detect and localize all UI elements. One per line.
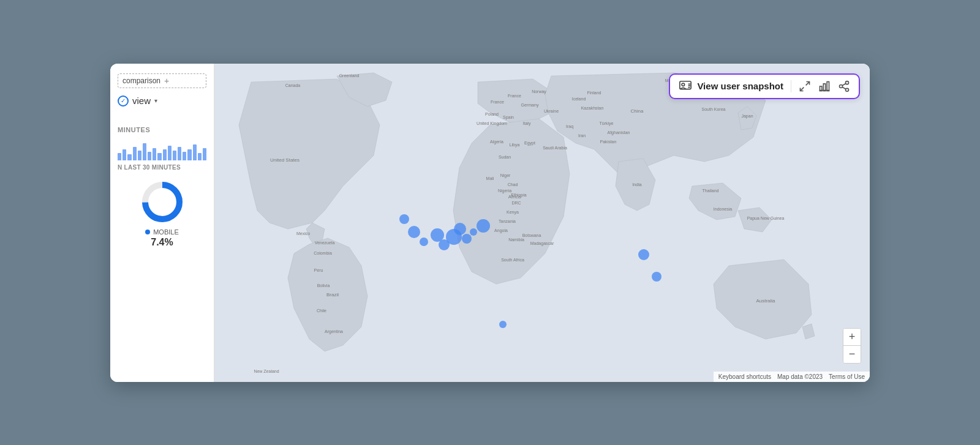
bar-mini xyxy=(178,147,181,160)
svg-text:Australia: Australia xyxy=(756,298,775,304)
svg-point-70 xyxy=(846,81,849,84)
last30-label: N LAST 30 MINUTES xyxy=(118,164,206,171)
svg-text:United Kingdom: United Kingdom xyxy=(477,121,507,126)
mobile-legend: MOBILE 7.4% xyxy=(145,228,179,248)
share-button[interactable] xyxy=(838,80,850,92)
svg-text:Saudi Arabia: Saudi Arabia xyxy=(543,146,567,150)
svg-text:Kenya: Kenya xyxy=(507,210,519,215)
bar-mini xyxy=(157,153,161,160)
overview-row: ✓ view ▾ xyxy=(118,95,206,107)
svg-text:Finland: Finland xyxy=(587,91,601,95)
terms-of-use[interactable]: Terms of Use xyxy=(829,373,865,380)
bar-mini xyxy=(203,148,206,160)
svg-point-72 xyxy=(846,88,849,91)
svg-text:Kazakhstan: Kazakhstan xyxy=(581,106,604,110)
fullscreen-button[interactable] xyxy=(799,80,811,92)
bar-mini xyxy=(183,152,186,160)
bar-mini xyxy=(127,154,131,160)
svg-text:Libya: Libya xyxy=(510,143,520,148)
bar-mini xyxy=(153,148,156,160)
mobile-dot xyxy=(145,230,150,234)
snapshot-label: View user snapshot xyxy=(697,81,783,91)
svg-text:Algeria: Algeria xyxy=(490,140,503,144)
map-data-label: Map data ©2023 xyxy=(777,373,823,380)
svg-text:Angola: Angola xyxy=(494,228,508,233)
svg-text:Namibia: Namibia xyxy=(508,237,524,242)
svg-text:India: India xyxy=(632,182,641,187)
svg-text:Mexico: Mexico xyxy=(296,231,310,236)
svg-text:Thailand: Thailand xyxy=(703,189,719,193)
svg-point-61 xyxy=(682,83,685,86)
bar-mini xyxy=(187,149,191,160)
svg-text:Türkiye: Türkiye xyxy=(600,121,614,126)
bar-chart-mini xyxy=(118,136,206,160)
zoom-out-button[interactable]: − xyxy=(843,346,861,363)
chevron-icon[interactable]: ▾ xyxy=(154,97,157,104)
svg-text:Japan: Japan xyxy=(741,114,753,119)
svg-text:Chad: Chad xyxy=(508,182,518,187)
left-panel: comparison + ✓ view ▾ MINUTES N LAST 30 … xyxy=(110,64,214,382)
svg-text:Ethiopia: Ethiopia xyxy=(511,193,526,198)
svg-text:Botswana: Botswana xyxy=(522,233,541,237)
comparison-bar[interactable]: comparison + xyxy=(118,73,206,88)
svg-text:Nigeria: Nigeria xyxy=(498,189,511,193)
check-icon: ✓ xyxy=(118,95,129,107)
svg-rect-68 xyxy=(823,83,825,91)
svg-text:Ukraine: Ukraine xyxy=(544,109,559,113)
svg-text:Papua New Guinea: Papua New Guinea xyxy=(747,216,785,221)
svg-text:South Africa: South Africa xyxy=(501,258,524,262)
toolbar: View user snapshot xyxy=(669,73,860,99)
donut-chart xyxy=(141,181,184,223)
svg-text:Iraq: Iraq xyxy=(566,124,573,129)
svg-text:Sudan: Sudan xyxy=(499,155,511,159)
bar-mini xyxy=(123,149,126,160)
svg-line-65 xyxy=(806,81,810,85)
mobile-pct: 7.4% xyxy=(151,237,173,248)
svg-text:Argentina: Argentina xyxy=(325,329,343,334)
map-area: United States Greenland Brazil Africa Ch… xyxy=(214,64,870,382)
map-controls: + − xyxy=(843,328,861,364)
svg-text:Germany: Germany xyxy=(521,103,539,108)
svg-text:Mali: Mali xyxy=(486,176,494,181)
zoom-in-button[interactable]: + xyxy=(843,329,861,346)
map-footer: Keyboard shortcuts Map data ©2023 Terms … xyxy=(714,372,870,382)
svg-text:Tanzania: Tanzania xyxy=(499,219,516,223)
world-map: United States Greenland Brazil Africa Ch… xyxy=(214,64,870,382)
svg-text:DRC: DRC xyxy=(511,201,521,205)
bar-mini xyxy=(163,149,167,160)
svg-text:Egypt: Egypt xyxy=(524,141,535,146)
svg-text:Colombia: Colombia xyxy=(314,251,332,255)
svg-text:Poland: Poland xyxy=(485,112,499,116)
svg-text:China: China xyxy=(631,108,644,114)
svg-text:Afghanistan: Afghanistan xyxy=(608,130,630,135)
bar-mini xyxy=(118,153,121,160)
svg-point-71 xyxy=(840,84,843,88)
bar-mini xyxy=(138,151,141,160)
bar-mini xyxy=(198,153,202,160)
svg-text:Niger: Niger xyxy=(500,173,511,178)
overview-label: view xyxy=(132,95,151,106)
donut-container: MOBILE 7.4% xyxy=(118,181,206,248)
svg-line-73 xyxy=(842,87,846,89)
svg-text:Spain: Spain xyxy=(503,115,514,120)
svg-text:Indonesia: Indonesia xyxy=(714,207,732,211)
svg-text:Brazil: Brazil xyxy=(326,292,339,297)
svg-text:France: France xyxy=(508,94,521,98)
comparison-plus-icon: + xyxy=(164,76,169,86)
chart-button[interactable] xyxy=(818,80,831,92)
svg-text:Norway: Norway xyxy=(532,89,546,94)
svg-text:Iceland: Iceland xyxy=(572,97,586,101)
snapshot-button[interactable]: View user snapshot xyxy=(679,80,783,93)
user-snapshot-icon xyxy=(679,80,692,93)
toolbar-divider xyxy=(791,80,791,92)
bar-mini xyxy=(133,147,137,160)
keyboard-shortcuts[interactable]: Keyboard shortcuts xyxy=(718,373,771,380)
bar-mini xyxy=(173,151,176,160)
svg-text:United States: United States xyxy=(270,157,300,163)
svg-text:Madagascar: Madagascar xyxy=(530,241,554,246)
svg-line-74 xyxy=(842,83,846,85)
svg-text:France: France xyxy=(491,100,504,104)
bar-mini xyxy=(193,144,197,160)
bar-mini xyxy=(148,152,151,160)
svg-text:Iran: Iran xyxy=(578,133,586,138)
